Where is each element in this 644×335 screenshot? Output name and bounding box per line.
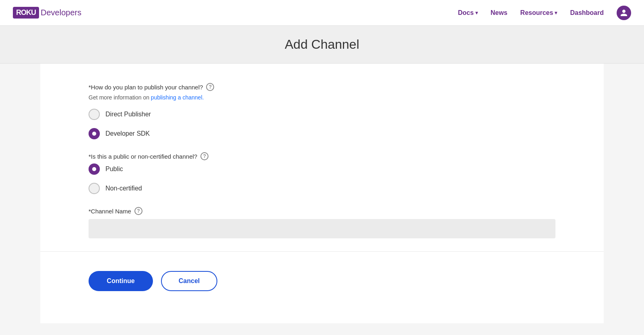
continue-button[interactable]: Continue [89,271,153,291]
avatar[interactable] [617,6,631,20]
channel-type-help-icon[interactable]: ? [200,152,208,160]
navbar: ROKU Developers Docs ▾ News Resources ▾ … [0,0,644,26]
radio-label-non-certified: Non-certified [105,185,142,192]
publish-hint: Get more information on publishing a cha… [89,94,555,101]
radio-developer-sdk[interactable]: Developer SDK [89,128,555,139]
cancel-button[interactable]: Cancel [161,271,217,291]
roku-logo-box: ROKU [13,7,39,19]
roku-logo[interactable]: ROKU Developers [13,7,81,19]
divider [40,251,604,252]
docs-chevron-icon: ▾ [475,10,478,16]
radio-circle-public[interactable] [89,163,100,175]
publish-help-icon[interactable]: ? [206,83,214,91]
nav-resources-link[interactable]: Resources ▾ [520,9,557,17]
radio-circle-direct-publisher[interactable] [89,109,100,120]
radio-public[interactable]: Public [89,163,555,175]
channel-type-question: *Is this a public or non-certified chann… [89,152,555,160]
radio-circle-non-certified[interactable] [89,183,100,194]
nav-brand-text: Developers [41,8,81,17]
publish-method-section: *How do you plan to publish your channel… [89,83,555,139]
page-header: Add Channel [0,26,644,64]
button-row: Continue Cancel [89,271,555,304]
channel-name-input[interactable] [89,219,555,238]
channel-type-section: *Is this a public or non-certified chann… [89,152,555,194]
page-title: Add Channel [0,37,644,52]
nav-docs-link[interactable]: Docs ▾ [458,9,478,17]
channel-name-help-icon[interactable]: ? [134,207,142,215]
channel-name-section: *Channel Name ? [89,207,555,238]
radio-non-certified[interactable]: Non-certified [89,183,555,194]
radio-label-developer-sdk: Developer SDK [105,130,150,137]
radio-label-public: Public [105,165,123,173]
publish-question: *How do you plan to publish your channel… [89,83,555,91]
nav-right: Docs ▾ News Resources ▾ Dashboard [458,6,631,20]
main-content: *How do you plan to publish your channel… [40,64,604,323]
nav-left: ROKU Developers [13,7,81,19]
channel-name-label: *Channel Name ? [89,207,555,215]
resources-chevron-icon: ▾ [555,10,557,16]
nav-news-link[interactable]: News [491,9,508,17]
radio-circle-developer-sdk[interactable] [89,128,100,139]
publishing-channel-link[interactable]: publishing a channel. [151,94,204,101]
radio-label-direct-publisher: Direct Publisher [105,111,151,118]
radio-direct-publisher[interactable]: Direct Publisher [89,109,555,120]
nav-dashboard-link[interactable]: Dashboard [570,9,604,17]
